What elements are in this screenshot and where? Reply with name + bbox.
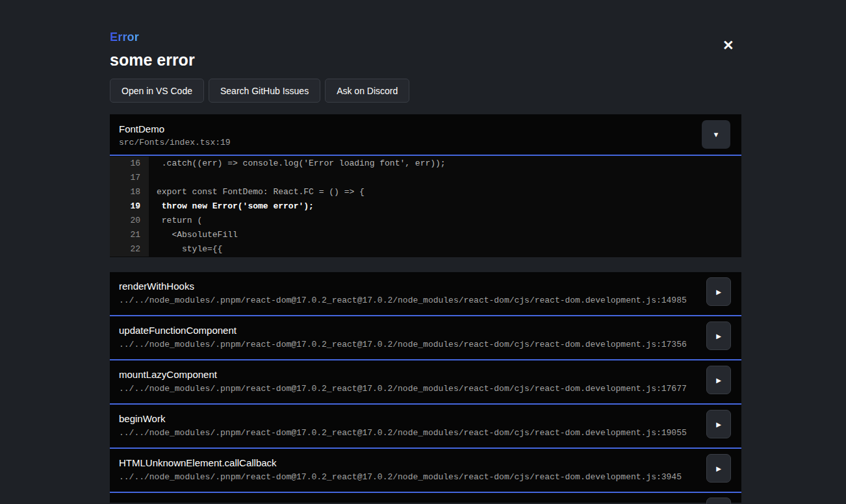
expand-frame-button[interactable]: ▶ xyxy=(706,454,731,483)
code-text: throw new Error('some error'); xyxy=(149,199,314,214)
stack-frame-path: ../../node_modules/.pnpm/react-dom@17.0.… xyxy=(119,472,741,482)
stack-frame-name: mountLazyComponent xyxy=(119,369,741,380)
stack-frame-path: ../../node_modules/.pnpm/react-dom@17.0.… xyxy=(119,340,741,349)
expand-frame-button[interactable]: ▶ xyxy=(706,366,731,394)
collapse-frame-button[interactable]: ▼ xyxy=(702,120,730,149)
line-number: 20 xyxy=(110,214,149,228)
stack-frame-partially-visible xyxy=(110,493,741,503)
line-number: 22 xyxy=(110,242,149,257)
code-line: 16 .catch((err) => console.log('Error lo… xyxy=(110,157,741,171)
code-text: export const FontDemo: React.FC = () => … xyxy=(149,185,365,199)
code-line: 20 return ( xyxy=(110,214,741,228)
line-number: 16 xyxy=(110,157,149,171)
stack-frame-renderwithhooks: renderWithHooks ../../node_modules/.pnpm… xyxy=(110,272,741,316)
source-frame-location: src/Fonts/index.tsx:19 xyxy=(119,138,741,147)
code-line: 18 export const FontDemo: React.FC = () … xyxy=(110,185,741,199)
error-message: some error xyxy=(110,51,741,69)
stack-frame-name: updateFunctionComponent xyxy=(119,325,741,336)
code-text: <AbsoluteFill xyxy=(149,228,238,242)
stack-frame-path: ../../node_modules/.pnpm/react-dom@17.0.… xyxy=(119,296,741,305)
line-number: 19 xyxy=(110,199,149,214)
expand-frame-button[interactable]: ▶ xyxy=(706,410,731,438)
stack-frame-updatefunctioncomponent: updateFunctionComponent ../../node_modul… xyxy=(110,316,741,360)
action-buttons-row: Open in VS Code Search GitHub Issues Ask… xyxy=(110,79,741,103)
ask-on-discord-button[interactable]: Ask on Discord xyxy=(325,79,409,103)
stack-frame-path: ../../node_modules/.pnpm/react-dom@17.0.… xyxy=(119,384,741,394)
error-type-label: Error xyxy=(110,31,139,44)
play-icon: ▶ xyxy=(716,421,721,428)
expand-frame-button[interactable]: ▶ xyxy=(706,321,731,350)
stack-trace-list: renderWithHooks ../../node_modules/.pnpm… xyxy=(110,272,741,503)
error-overlay: { "overlay": { "error_type": "Error", "e… xyxy=(0,0,846,504)
stack-frame-name: HTMLUnknownElement.callCallback xyxy=(119,457,741,468)
code-line: 17 xyxy=(110,171,741,185)
open-in-vscode-button[interactable]: Open in VS Code xyxy=(110,79,204,103)
code-snippet: 16 .catch((err) => console.log('Error lo… xyxy=(110,156,741,257)
line-number: 17 xyxy=(110,171,149,185)
stack-frame-name: renderWithHooks xyxy=(119,281,741,292)
code-line: 22 style={{ xyxy=(110,242,741,257)
code-text: style={{ xyxy=(149,242,222,257)
code-line: 21 <AbsoluteFill xyxy=(110,228,741,242)
stack-frame-beginwork: beginWork ../../node_modules/.pnpm/react… xyxy=(110,405,741,449)
play-icon: ▶ xyxy=(716,377,721,384)
error-overlay-content: Error some error Open in VS Code Search … xyxy=(110,0,741,503)
play-icon: ▶ xyxy=(716,288,721,296)
code-line-highlighted: 19 throw new Error('some error'); xyxy=(110,199,741,214)
stack-frame-htmlunknownelement-callcallback: HTMLUnknownElement.callCallback ../../no… xyxy=(110,449,741,493)
stack-frame-path: ../../node_modules/.pnpm/react-dom@17.0.… xyxy=(119,428,741,438)
search-github-issues-button[interactable]: Search GitHub Issues xyxy=(209,79,320,103)
line-number: 21 xyxy=(110,228,149,242)
expand-frame-button[interactable]: ▶ xyxy=(706,277,731,306)
stack-frame-mountlazycomponent: mountLazyComponent ../../node_modules/.p… xyxy=(110,360,741,405)
code-text: .catch((err) => console.log('Error loadi… xyxy=(149,157,446,171)
stack-frame-name: beginWork xyxy=(119,413,741,424)
code-text: return ( xyxy=(149,214,202,228)
line-number: 18 xyxy=(110,185,149,199)
source-frame-card: FontDemo src/Fonts/index.tsx:19 ▼ 16 .ca… xyxy=(110,114,741,257)
chevron-down-icon: ▼ xyxy=(713,131,720,138)
source-frame-title: FontDemo xyxy=(119,123,741,134)
code-text xyxy=(149,171,157,185)
source-frame-header: FontDemo src/Fonts/index.tsx:19 ▼ xyxy=(110,114,741,156)
expand-frame-button[interactable] xyxy=(706,498,731,504)
play-icon: ▶ xyxy=(716,465,721,472)
play-icon: ▶ xyxy=(716,333,721,340)
